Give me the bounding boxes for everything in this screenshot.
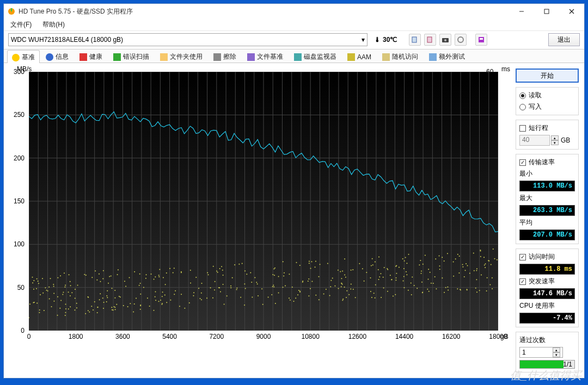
tabs-row: 基准 信息 健康 错误扫描 文件夹使用 擦除 文件基准 磁盘监视器 AAM 随机… xyxy=(4,49,584,64)
y-axis-left: 300250200150100500 xyxy=(7,69,27,332)
random-icon xyxy=(382,53,390,61)
svg-point-462 xyxy=(434,276,436,277)
passes-label: 通过次数 xyxy=(519,336,575,345)
close-button[interactable] xyxy=(559,4,584,19)
svg-point-220 xyxy=(485,263,486,264)
svg-point-350 xyxy=(42,293,44,294)
maximize-button[interactable] xyxy=(534,4,559,19)
tab-diskmon[interactable]: 磁盘监视器 xyxy=(289,49,341,63)
svg-point-367 xyxy=(342,271,343,272)
screenshot-icon[interactable] xyxy=(439,34,451,46)
svg-point-418 xyxy=(408,290,409,291)
tab-benchmark[interactable]: 基准 xyxy=(7,50,40,63)
tab-folder[interactable]: 文件夹使用 xyxy=(155,49,207,63)
svg-point-223 xyxy=(309,261,310,262)
svg-point-121 xyxy=(190,282,191,283)
menu-file[interactable]: 文件(F) xyxy=(7,19,35,30)
svg-point-209 xyxy=(77,284,78,285)
svg-point-397 xyxy=(139,274,140,275)
svg-point-428 xyxy=(387,269,388,270)
menu-help[interactable]: 帮助(H) xyxy=(39,19,68,30)
svg-point-477 xyxy=(190,270,191,271)
svg-point-290 xyxy=(442,277,443,278)
exit-button[interactable]: 退出 xyxy=(548,33,580,46)
svg-point-412 xyxy=(310,288,311,289)
svg-point-445 xyxy=(464,276,465,277)
cpu-label: CPU 使用率 xyxy=(519,301,575,311)
svg-point-437 xyxy=(431,283,432,284)
svg-point-234 xyxy=(208,274,209,275)
toolbar: WDC WUH721818ALE6L4 (18000 gB) ▾ 🌡 30℃ 退… xyxy=(4,31,584,49)
svg-point-208 xyxy=(428,269,429,270)
svg-point-200 xyxy=(285,285,286,287)
tab-extra[interactable]: 额外测试 xyxy=(424,49,470,63)
check-transfer[interactable]: 传输速率 xyxy=(519,158,575,167)
svg-point-304 xyxy=(290,300,291,301)
passes-spin[interactable]: 1 ▴▾ xyxy=(519,347,563,358)
radio-write[interactable]: 写入 xyxy=(519,102,575,111)
svg-point-443 xyxy=(283,261,284,262)
svg-point-450 xyxy=(97,312,98,313)
svg-point-295 xyxy=(64,272,65,274)
svg-point-184 xyxy=(215,281,216,282)
copy-text-icon[interactable] xyxy=(409,34,421,46)
shortstroke-value[interactable]: 40 xyxy=(519,135,550,146)
svg-point-285 xyxy=(76,303,77,304)
svg-point-143 xyxy=(405,257,406,258)
svg-point-398 xyxy=(383,277,384,278)
svg-point-271 xyxy=(102,297,103,299)
tab-erase[interactable]: 擦除 xyxy=(209,49,241,63)
tab-health[interactable]: 健康 xyxy=(75,49,107,63)
check-shortstroke[interactable]: 短行程 xyxy=(519,123,575,133)
svg-point-9 xyxy=(444,39,446,41)
svg-point-202 xyxy=(113,309,114,311)
svg-point-257 xyxy=(311,281,313,282)
svg-point-213 xyxy=(442,257,443,258)
check-access[interactable]: 访问时间 xyxy=(519,252,575,262)
svg-point-92 xyxy=(236,289,237,290)
shortstroke-spin[interactable]: ▴▾ xyxy=(551,135,559,145)
svg-point-279 xyxy=(272,286,273,287)
tab-aam[interactable]: AAM xyxy=(342,49,376,63)
svg-point-229 xyxy=(118,269,119,270)
svg-rect-7 xyxy=(427,37,432,42)
svg-point-177 xyxy=(93,309,94,311)
tab-random[interactable]: 随机访问 xyxy=(377,49,423,63)
svg-point-166 xyxy=(155,276,156,277)
svg-point-171 xyxy=(483,257,485,258)
check-burst[interactable]: 突发速率 xyxy=(519,277,575,286)
tab-errorscan[interactable]: 错误扫描 xyxy=(108,49,154,63)
svg-point-481 xyxy=(396,277,397,278)
svg-point-129 xyxy=(261,288,262,289)
start-button[interactable]: 开始 xyxy=(516,69,579,83)
svg-point-168 xyxy=(224,304,225,305)
svg-point-284 xyxy=(460,289,461,290)
svg-point-144 xyxy=(453,276,454,277)
svg-point-344 xyxy=(494,258,495,259)
svg-point-237 xyxy=(232,277,233,278)
svg-point-160 xyxy=(465,263,467,264)
settings-icon[interactable] xyxy=(455,34,467,46)
svg-point-382 xyxy=(278,276,279,277)
svg-point-388 xyxy=(175,290,176,291)
tab-filebench[interactable]: 文件基准 xyxy=(242,49,288,63)
svg-point-399 xyxy=(195,277,197,278)
save-icon[interactable] xyxy=(475,34,487,46)
svg-point-302 xyxy=(447,253,448,254)
minimize-button[interactable] xyxy=(509,4,534,19)
radio-read[interactable]: 读取 xyxy=(519,91,575,100)
svg-point-109 xyxy=(318,299,320,300)
drive-select[interactable]: WDC WUH721818ALE6L4 (18000 gB) ▾ xyxy=(8,33,367,46)
speaker-icon xyxy=(347,53,355,61)
copy-graph-icon[interactable] xyxy=(424,34,436,46)
svg-point-415 xyxy=(184,308,185,309)
svg-point-343 xyxy=(342,284,343,285)
svg-point-459 xyxy=(115,309,116,310)
svg-point-148 xyxy=(396,273,397,274)
svg-point-114 xyxy=(59,308,60,309)
svg-point-132 xyxy=(94,301,95,302)
svg-point-457 xyxy=(32,277,33,278)
svg-point-349 xyxy=(462,266,463,268)
svg-point-406 xyxy=(133,311,134,312)
tab-info[interactable]: 信息 xyxy=(41,49,74,63)
